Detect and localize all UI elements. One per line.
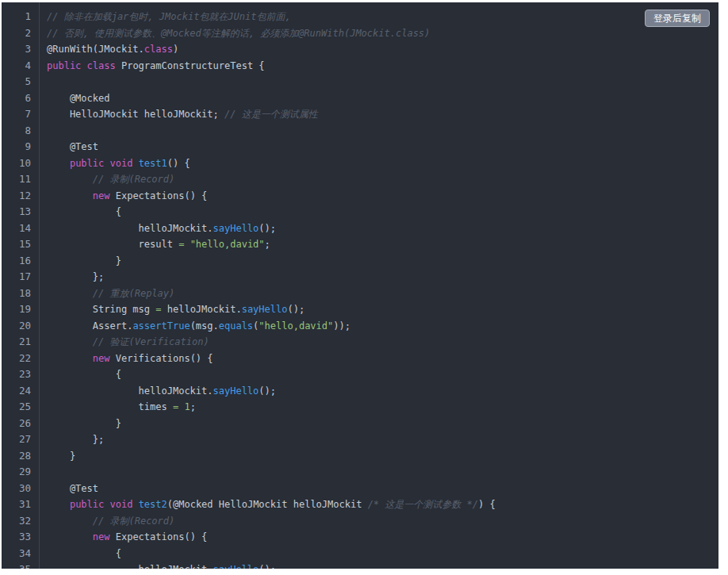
code-token-plain: ; xyxy=(190,401,196,412)
line-number: 25 xyxy=(2,399,39,416)
line-content xyxy=(39,464,47,481)
code-line: 16 } xyxy=(2,253,718,270)
line-content: @Test xyxy=(39,139,98,155)
line-content: @Mocked xyxy=(39,90,109,107)
code-token-plain xyxy=(47,531,93,542)
line-number: 8 xyxy=(2,123,39,140)
code-token-plain: HelloJMockit helloJMockit; xyxy=(47,109,224,120)
code-token-plain xyxy=(104,499,109,510)
line-number: 6 xyxy=(2,90,39,107)
line-content: helloJMockit.sayHello(); xyxy=(39,220,276,237)
line-content: Assert.assertTrue(msg.equals("hello,davi… xyxy=(39,318,351,335)
code-token-plain: String msg xyxy=(47,304,155,315)
code-token-plain: result xyxy=(47,239,178,250)
line-content xyxy=(39,123,47,140)
line-content: // 除非在加载jar包时, JMockit包就在JUnit包前面, xyxy=(39,9,291,25)
code-token-keyword: new xyxy=(93,190,110,201)
line-number: 20 xyxy=(2,318,39,335)
line-content: result = "hello,david"; xyxy=(39,236,270,253)
code-token-plain: )); xyxy=(333,320,351,332)
code-token-plain: }; xyxy=(47,434,104,445)
code-token-plain: helloJMockit. xyxy=(47,564,213,569)
code-token-function: test2 xyxy=(139,499,167,510)
code-token-keyword: public xyxy=(47,60,81,71)
code-line: 6 @Mocked xyxy=(2,90,718,107)
line-number: 4 xyxy=(2,58,39,75)
code-token-function: sayHello xyxy=(242,304,288,315)
line-content: // 否则, 使用测试参数、@Mocked等注解的话, 必须添加@RunWith… xyxy=(39,25,430,42)
line-content: // 重放(Replay) xyxy=(39,286,174,302)
code-token-keyword: new xyxy=(93,353,110,364)
code-token-function: sayHello xyxy=(213,564,259,569)
code-token-plain xyxy=(47,516,93,527)
code-line: 25 times = 1; xyxy=(2,399,718,416)
code-token-plain: helloJMockit. xyxy=(47,385,213,397)
code-line: 7 HelloJMockit helloJMockit; // 这是一个测试属性 xyxy=(2,106,718,123)
code-token-function: sayHello xyxy=(213,223,259,234)
copy-after-login-button[interactable]: 登录后复制 xyxy=(645,10,710,27)
code-token-keyword: class xyxy=(87,60,116,71)
code-token-keyword: public xyxy=(70,158,104,169)
code-token-plain: helloJMockit. xyxy=(47,223,213,234)
code-token-plain: (); xyxy=(259,564,276,569)
line-number: 19 xyxy=(2,301,39,318)
line-content: // 验证(Verification) xyxy=(39,334,209,351)
line-content: @RunWith(JMockit.class) xyxy=(39,41,178,58)
code-token-plain xyxy=(47,158,70,169)
code-line: 14 helloJMockit.sayHello(); xyxy=(2,220,718,237)
code-token-function: equals xyxy=(219,320,253,332)
code-token-plain: (); xyxy=(259,385,276,397)
line-number: 2 xyxy=(2,25,39,42)
line-content xyxy=(39,74,47,90)
line-number: 29 xyxy=(2,464,39,481)
code-token-plain xyxy=(132,499,138,510)
code-line: 13 { xyxy=(2,204,718,220)
code-line: 8 xyxy=(2,123,718,140)
code-line: 35 helloJMockit.sayHello(); xyxy=(2,562,718,569)
line-number: 30 xyxy=(2,481,39,497)
code-token-keyword: void xyxy=(110,158,133,169)
code-line: 20 Assert.assertTrue(msg.equals("hello,d… xyxy=(2,318,718,335)
line-number: 23 xyxy=(2,366,39,383)
code-token-plain: ; xyxy=(265,239,270,250)
code-line: 28 } xyxy=(2,448,718,465)
code-line: 5 xyxy=(2,74,718,90)
code-token-comment: /* 这是一个测试参数 */ xyxy=(368,499,478,510)
code-token-plain xyxy=(132,158,138,169)
line-content: }; xyxy=(39,431,104,448)
line-content: helloJMockit.sayHello(); xyxy=(39,562,276,569)
line-content: new Expectations() { xyxy=(39,529,207,546)
code-line: 1// 除非在加载jar包时, JMockit包就在JUnit包前面, xyxy=(2,9,718,25)
line-content: } xyxy=(39,448,75,465)
code-token-plain: helloJMockit. xyxy=(162,304,242,315)
code-line: 27 }; xyxy=(2,431,718,448)
code-token-plain xyxy=(104,158,109,169)
code-line: 21 // 验证(Verification) xyxy=(2,334,718,351)
line-number: 3 xyxy=(2,41,39,58)
code-line: 11 // 录制(Record) xyxy=(2,171,718,188)
code-line: 26 } xyxy=(2,416,718,432)
code-token-plain: Assert. xyxy=(47,320,132,332)
line-content: new Expectations() { xyxy=(39,188,207,205)
code-token-plain: (msg. xyxy=(190,320,219,332)
line-number: 16 xyxy=(2,253,39,270)
code-token-plain: } xyxy=(47,418,121,429)
code-token-keyword: void xyxy=(110,499,133,510)
line-number: 5 xyxy=(2,74,39,90)
code-token-function: test1 xyxy=(139,158,167,169)
code-token-plain xyxy=(184,239,190,250)
line-content: public void test1() { xyxy=(39,155,190,172)
line-content: public class ProgramConstructureTest { xyxy=(39,58,265,75)
line-number: 21 xyxy=(2,334,39,351)
code-lines: 1// 除非在加载jar包时, JMockit包就在JUnit包前面,2// 否… xyxy=(2,2,718,569)
code-line: 4public class ProgramConstructureTest { xyxy=(2,58,718,75)
line-content: times = 1; xyxy=(39,399,196,416)
code-token-comment: // 录制(Record) xyxy=(93,516,174,527)
code-line: 17 }; xyxy=(2,269,718,286)
code-token-plain xyxy=(47,288,93,299)
code-line: 31 public void test2(@Mocked HelloJMocki… xyxy=(2,496,718,513)
code-line: 24 helloJMockit.sayHello(); xyxy=(2,383,718,400)
code-token-plain: } xyxy=(47,255,121,266)
line-number: 1 xyxy=(2,9,39,25)
line-number: 34 xyxy=(2,546,39,562)
